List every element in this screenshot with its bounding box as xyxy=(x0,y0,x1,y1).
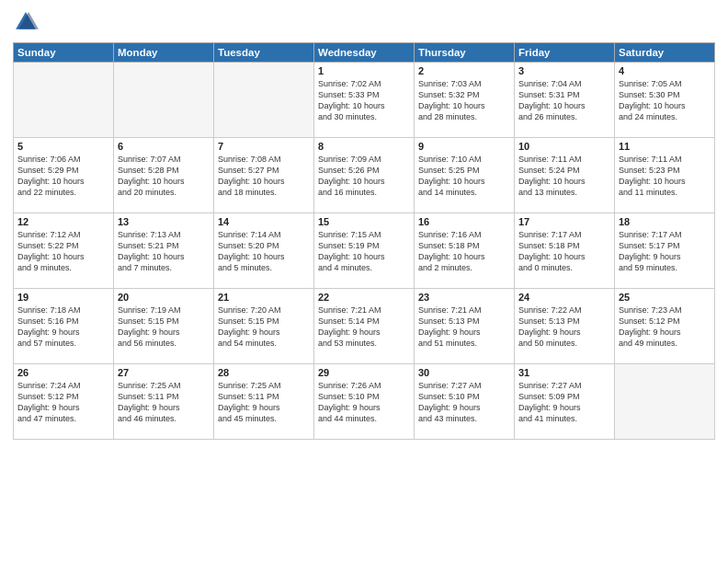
day-info: Sunrise: 7:26 AM Sunset: 5:10 PM Dayligh… xyxy=(318,380,410,425)
calendar-cell: 12Sunrise: 7:12 AM Sunset: 5:22 PM Dayli… xyxy=(14,213,114,289)
calendar-cell: 10Sunrise: 7:11 AM Sunset: 5:24 PM Dayli… xyxy=(515,138,615,213)
day-number: 23 xyxy=(418,292,510,303)
calendar-week-row: 19Sunrise: 7:18 AM Sunset: 5:16 PM Dayli… xyxy=(14,289,715,364)
calendar-week-row: 12Sunrise: 7:12 AM Sunset: 5:22 PM Dayli… xyxy=(14,213,715,289)
day-info: Sunrise: 7:08 AM Sunset: 5:27 PM Dayligh… xyxy=(218,154,310,199)
page: SundayMondayTuesdayWednesdayThursdayFrid… xyxy=(0,0,728,563)
day-info: Sunrise: 7:27 AM Sunset: 5:10 PM Dayligh… xyxy=(418,380,510,425)
day-info: Sunrise: 7:25 AM Sunset: 5:11 PM Dayligh… xyxy=(118,380,210,425)
day-info: Sunrise: 7:27 AM Sunset: 5:09 PM Dayligh… xyxy=(518,380,610,425)
day-number: 27 xyxy=(118,367,210,378)
calendar-header-wednesday: Wednesday xyxy=(314,43,415,63)
calendar-header-thursday: Thursday xyxy=(415,43,515,63)
calendar-header-friday: Friday xyxy=(515,43,615,63)
day-number: 30 xyxy=(418,367,510,378)
calendar-header-monday: Monday xyxy=(114,43,214,63)
day-info: Sunrise: 7:12 AM Sunset: 5:22 PM Dayligh… xyxy=(17,229,109,274)
day-number: 8 xyxy=(318,141,410,152)
logo xyxy=(13,9,42,35)
calendar-cell: 3Sunrise: 7:04 AM Sunset: 5:31 PM Daylig… xyxy=(515,63,615,138)
day-number: 15 xyxy=(318,216,410,227)
day-info: Sunrise: 7:21 AM Sunset: 5:13 PM Dayligh… xyxy=(418,304,510,350)
day-info: Sunrise: 7:10 AM Sunset: 5:25 PM Dayligh… xyxy=(418,154,510,199)
day-number: 1 xyxy=(318,65,410,76)
day-number: 13 xyxy=(118,216,210,227)
day-number: 6 xyxy=(118,141,210,152)
day-info: Sunrise: 7:07 AM Sunset: 5:28 PM Dayligh… xyxy=(118,154,210,199)
calendar-cell xyxy=(214,63,314,138)
day-info: Sunrise: 7:11 AM Sunset: 5:23 PM Dayligh… xyxy=(619,154,711,199)
day-number: 20 xyxy=(118,292,210,303)
day-number: 7 xyxy=(218,141,310,152)
day-info: Sunrise: 7:19 AM Sunset: 5:15 PM Dayligh… xyxy=(118,304,210,350)
day-number: 28 xyxy=(218,367,310,378)
day-number: 3 xyxy=(518,65,610,76)
calendar-cell: 14Sunrise: 7:14 AM Sunset: 5:20 PM Dayli… xyxy=(214,213,314,289)
calendar-header-row: SundayMondayTuesdayWednesdayThursdayFrid… xyxy=(14,43,715,63)
day-number: 22 xyxy=(318,292,410,303)
day-info: Sunrise: 7:02 AM Sunset: 5:33 PM Dayligh… xyxy=(318,78,410,123)
calendar-cell: 18Sunrise: 7:17 AM Sunset: 5:17 PM Dayli… xyxy=(615,213,715,289)
calendar-cell xyxy=(615,364,715,440)
calendar-cell: 8Sunrise: 7:09 AM Sunset: 5:26 PM Daylig… xyxy=(314,138,415,213)
day-info: Sunrise: 7:20 AM Sunset: 5:15 PM Dayligh… xyxy=(218,304,310,350)
calendar-cell: 22Sunrise: 7:21 AM Sunset: 5:14 PM Dayli… xyxy=(314,289,415,364)
calendar-cell: 9Sunrise: 7:10 AM Sunset: 5:25 PM Daylig… xyxy=(415,138,515,213)
calendar-cell: 11Sunrise: 7:11 AM Sunset: 5:23 PM Dayli… xyxy=(615,138,715,213)
day-info: Sunrise: 7:17 AM Sunset: 5:18 PM Dayligh… xyxy=(518,229,610,274)
calendar-cell xyxy=(114,63,214,138)
logo-icon xyxy=(13,9,39,35)
calendar-cell: 24Sunrise: 7:22 AM Sunset: 5:13 PM Dayli… xyxy=(515,289,615,364)
calendar-cell: 1Sunrise: 7:02 AM Sunset: 5:33 PM Daylig… xyxy=(314,63,415,138)
calendar-cell: 7Sunrise: 7:08 AM Sunset: 5:27 PM Daylig… xyxy=(214,138,314,213)
calendar-cell: 27Sunrise: 7:25 AM Sunset: 5:11 PM Dayli… xyxy=(114,364,214,440)
calendar-cell: 20Sunrise: 7:19 AM Sunset: 5:15 PM Dayli… xyxy=(114,289,214,364)
calendar-cell: 21Sunrise: 7:20 AM Sunset: 5:15 PM Dayli… xyxy=(214,289,314,364)
day-info: Sunrise: 7:06 AM Sunset: 5:29 PM Dayligh… xyxy=(17,154,109,199)
day-info: Sunrise: 7:24 AM Sunset: 5:12 PM Dayligh… xyxy=(17,380,109,425)
day-number: 17 xyxy=(518,216,610,227)
day-info: Sunrise: 7:17 AM Sunset: 5:17 PM Dayligh… xyxy=(619,229,711,274)
day-number: 29 xyxy=(318,367,410,378)
day-info: Sunrise: 7:09 AM Sunset: 5:26 PM Dayligh… xyxy=(318,154,410,199)
calendar-cell: 17Sunrise: 7:17 AM Sunset: 5:18 PM Dayli… xyxy=(515,213,615,289)
day-number: 5 xyxy=(17,141,109,152)
day-number: 31 xyxy=(518,367,610,378)
calendar-cell: 26Sunrise: 7:24 AM Sunset: 5:12 PM Dayli… xyxy=(14,364,114,440)
day-number: 4 xyxy=(619,65,711,76)
day-number: 16 xyxy=(418,216,510,227)
calendar-cell: 13Sunrise: 7:13 AM Sunset: 5:21 PM Dayli… xyxy=(114,213,214,289)
day-info: Sunrise: 7:25 AM Sunset: 5:11 PM Dayligh… xyxy=(218,380,310,425)
day-info: Sunrise: 7:15 AM Sunset: 5:19 PM Dayligh… xyxy=(318,229,410,274)
day-number: 18 xyxy=(619,216,711,227)
calendar-cell: 5Sunrise: 7:06 AM Sunset: 5:29 PM Daylig… xyxy=(14,138,114,213)
calendar-cell: 6Sunrise: 7:07 AM Sunset: 5:28 PM Daylig… xyxy=(114,138,214,213)
day-info: Sunrise: 7:23 AM Sunset: 5:12 PM Dayligh… xyxy=(619,304,711,350)
day-number: 21 xyxy=(218,292,310,303)
day-info: Sunrise: 7:16 AM Sunset: 5:18 PM Dayligh… xyxy=(418,229,510,274)
calendar-cell: 29Sunrise: 7:26 AM Sunset: 5:10 PM Dayli… xyxy=(314,364,415,440)
calendar-header-tuesday: Tuesday xyxy=(214,43,314,63)
calendar-cell: 28Sunrise: 7:25 AM Sunset: 5:11 PM Dayli… xyxy=(214,364,314,440)
day-info: Sunrise: 7:14 AM Sunset: 5:20 PM Dayligh… xyxy=(218,229,310,274)
calendar-cell: 30Sunrise: 7:27 AM Sunset: 5:10 PM Dayli… xyxy=(415,364,515,440)
calendar-cell: 31Sunrise: 7:27 AM Sunset: 5:09 PM Dayli… xyxy=(515,364,615,440)
calendar-cell: 16Sunrise: 7:16 AM Sunset: 5:18 PM Dayli… xyxy=(415,213,515,289)
day-number: 26 xyxy=(17,367,109,378)
day-number: 10 xyxy=(518,141,610,152)
day-info: Sunrise: 7:11 AM Sunset: 5:24 PM Dayligh… xyxy=(518,154,610,199)
calendar-cell: 23Sunrise: 7:21 AM Sunset: 5:13 PM Dayli… xyxy=(415,289,515,364)
day-info: Sunrise: 7:05 AM Sunset: 5:30 PM Dayligh… xyxy=(619,78,711,123)
calendar: SundayMondayTuesdayWednesdayThursdayFrid… xyxy=(13,42,715,440)
day-info: Sunrise: 7:04 AM Sunset: 5:31 PM Dayligh… xyxy=(518,78,610,123)
calendar-header-saturday: Saturday xyxy=(615,43,715,63)
day-number: 24 xyxy=(518,292,610,303)
calendar-week-row: 5Sunrise: 7:06 AM Sunset: 5:29 PM Daylig… xyxy=(14,138,715,213)
calendar-week-row: 26Sunrise: 7:24 AM Sunset: 5:12 PM Dayli… xyxy=(14,364,715,440)
calendar-week-row: 1Sunrise: 7:02 AM Sunset: 5:33 PM Daylig… xyxy=(14,63,715,138)
day-number: 2 xyxy=(418,65,510,76)
day-number: 19 xyxy=(17,292,109,303)
calendar-cell: 2Sunrise: 7:03 AM Sunset: 5:32 PM Daylig… xyxy=(415,63,515,138)
day-info: Sunrise: 7:03 AM Sunset: 5:32 PM Dayligh… xyxy=(418,78,510,123)
calendar-cell: 19Sunrise: 7:18 AM Sunset: 5:16 PM Dayli… xyxy=(14,289,114,364)
